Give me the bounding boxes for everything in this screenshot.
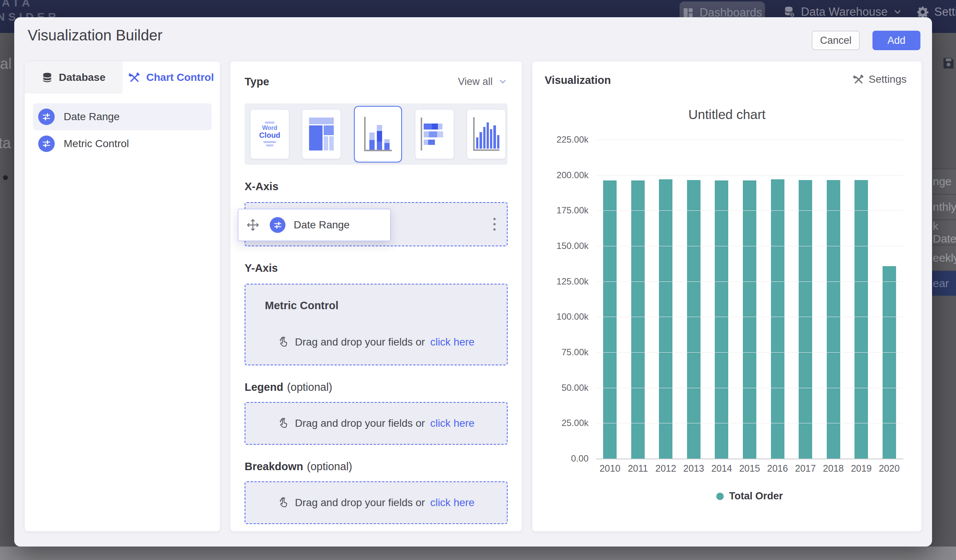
x-axis-labels: 2010201120122013201420152016201720182019…	[596, 463, 903, 474]
y-tick-label: 150.00k	[557, 241, 588, 251]
bar-cell	[680, 140, 708, 458]
bar-cell	[792, 140, 820, 458]
tune-icon	[38, 108, 55, 125]
breakdown-label: Breakdown	[245, 460, 303, 473]
chart-type-strip: Word Cloud	[245, 103, 508, 165]
chart-type-column[interactable]	[467, 110, 505, 159]
y-tick-label: 225.00k	[557, 134, 588, 145]
field-label: Metric Control	[64, 138, 129, 150]
page-footer-strip	[0, 546, 956, 560]
builder-panel: Type View all Word Cloud	[230, 61, 522, 531]
bg-list-item[interactable]: nthly	[932, 194, 956, 220]
chevron-down-icon	[893, 7, 903, 17]
bg-list-item[interactable]: k Date	[932, 220, 956, 245]
word-cloud-word: Cloud	[259, 132, 281, 139]
y-axis-dropzone[interactable]: Metric Control Drag and drop your fields…	[245, 284, 508, 365]
x-tick-label: 2010	[596, 463, 624, 474]
tab-database[interactable]: Database	[25, 61, 123, 94]
x-tick-label: 2012	[652, 463, 680, 474]
chip-label: Date Range	[294, 219, 349, 231]
gridline	[596, 246, 903, 246]
x-tick-label: 2011	[624, 463, 652, 474]
add-button[interactable]: Add	[873, 31, 920, 50]
date-range-chip[interactable]: Date Range	[238, 209, 391, 241]
field-metric-control[interactable]: Metric Control	[33, 130, 212, 157]
bar-2013	[687, 180, 701, 458]
tune-icon	[270, 217, 285, 233]
bar-2017	[799, 180, 812, 458]
field-date-range[interactable]: Date Range	[33, 103, 212, 130]
click-here-link[interactable]: click here	[430, 336, 474, 348]
y-tick-label: 0.00	[571, 453, 588, 464]
y-tick-label: 175.00k	[557, 205, 588, 216]
x-tick-label: 2016	[763, 463, 792, 474]
database-icon	[42, 72, 53, 83]
chart-settings-button[interactable]: Settings	[853, 74, 907, 85]
bg-list-item[interactable]: eekly	[932, 245, 956, 270]
gridline	[596, 140, 903, 140]
x-axis-dropzone[interactable]: Date Range Date Range	[245, 202, 508, 246]
bar-2018	[827, 180, 840, 458]
plot-area	[596, 140, 903, 458]
bar-cell	[848, 140, 876, 458]
bar-cell	[736, 140, 764, 458]
gridline	[596, 175, 903, 176]
y-axis-labels: 225.00k200.00k175.00k150.00k125.00k100.0…	[540, 140, 588, 458]
bg-list-item[interactable]: ear	[932, 270, 956, 296]
y-tick-label: 25.00k	[561, 418, 588, 428]
y-tick-label: 200.00k	[557, 170, 588, 180]
drop-text: Drag and drop your fields or	[295, 336, 425, 348]
y-tick-label: 100.00k	[557, 311, 588, 322]
view-all-dropdown[interactable]: View all	[458, 76, 508, 88]
tab-database-label: Database	[59, 72, 105, 83]
chart-type-stacked-column[interactable]	[354, 106, 402, 162]
bar-2016	[771, 179, 785, 458]
bar-2011	[631, 180, 645, 458]
tab-chart-control[interactable]: Chart Control	[123, 61, 220, 94]
gridline	[596, 317, 903, 317]
kebab-menu-icon[interactable]	[491, 216, 498, 233]
visualization-header: Visualization	[545, 74, 611, 86]
gear-icon	[916, 6, 929, 18]
gridline	[596, 210, 903, 211]
save-icon[interactable]	[942, 56, 955, 70]
settings-label: Settings	[869, 74, 907, 85]
cancel-button[interactable]: Cancel	[812, 31, 860, 50]
gridline	[596, 281, 903, 282]
y-axis-label: Y-Axis	[245, 260, 508, 276]
bar-2019	[854, 180, 868, 458]
bg-list-item[interactable]: nge	[932, 168, 956, 194]
bar-2014	[715, 180, 728, 458]
gridline	[596, 458, 903, 459]
click-here-link[interactable]: click here	[430, 417, 474, 429]
warehouse-icon	[783, 6, 796, 18]
gridline	[596, 423, 903, 424]
bar-2015	[743, 180, 756, 458]
legend-dropzone[interactable]: Drag and drop your fields or click here	[245, 402, 508, 445]
bars-row	[596, 140, 903, 458]
bg-text-fragment: ta	[0, 135, 11, 152]
move-icon	[246, 218, 260, 232]
nav-data-warehouse-label: Data Warehouse	[801, 5, 887, 19]
chart-type-treemap[interactable]	[302, 110, 341, 159]
bar-cell	[819, 140, 848, 458]
metric-control-title: Metric Control	[265, 300, 339, 312]
tune-icon	[38, 135, 55, 152]
field-label: Date Range	[64, 111, 120, 123]
chart-type-word-cloud[interactable]: Word Cloud	[251, 110, 289, 159]
breakdown-optional-label: (optional)	[307, 460, 352, 473]
click-here-link[interactable]: click here	[430, 497, 474, 509]
gridline	[596, 352, 903, 353]
breakdown-dropzone[interactable]: Drag and drop your fields or click here	[245, 482, 508, 524]
panel-tabs: Database Chart Control	[25, 61, 220, 94]
x-axis-label: X-Axis	[245, 179, 508, 194]
x-tick-label: 2014	[708, 463, 736, 474]
modal-title: Visualization Builder	[28, 27, 162, 44]
y-tick-label: 125.00k	[557, 276, 588, 287]
x-tick-label: 2013	[680, 463, 708, 474]
tap-hand-icon	[278, 497, 289, 509]
chart-type-stacked-bar[interactable]	[415, 110, 454, 159]
chevron-down-icon	[498, 77, 508, 86]
drop-text: Drag and drop your fields or	[295, 417, 425, 429]
screen: DATA INSIDER Dashboards Data Warehouse S…	[0, 0, 956, 560]
